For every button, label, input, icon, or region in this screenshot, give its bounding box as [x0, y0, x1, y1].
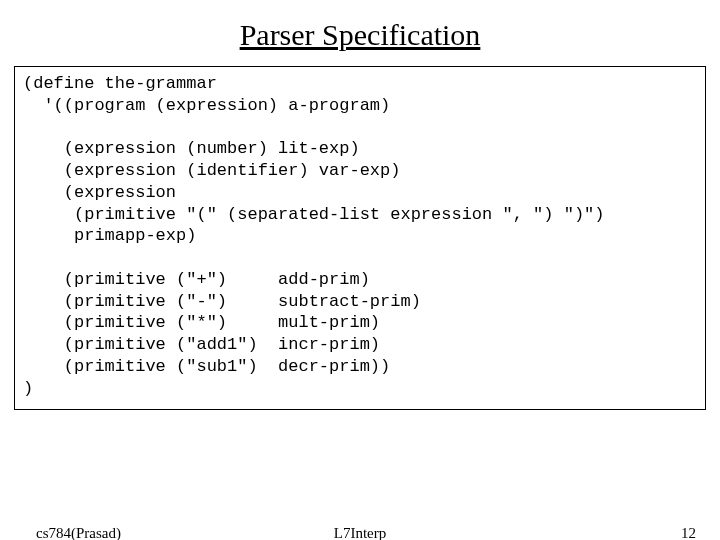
- footer: cs784(Prasad) L7Interp 12: [0, 525, 720, 540]
- footer-center: L7Interp: [334, 525, 386, 540]
- footer-left: cs784(Prasad): [36, 525, 121, 540]
- footer-right: 12: [681, 525, 696, 540]
- code-block: (define the-grammar '((program (expressi…: [14, 66, 706, 410]
- page-title: Parser Specification: [0, 18, 720, 52]
- slide: Parser Specification (define the-grammar…: [0, 18, 720, 540]
